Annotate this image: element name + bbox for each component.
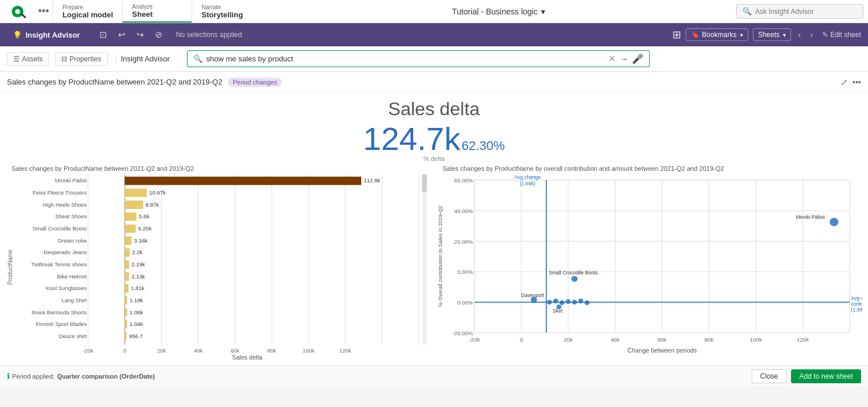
second-nav: 💡 Insight Advisor ⊡ ↩ ↪ ⊘ No selections … [0, 23, 868, 46]
properties-label: Properties [69, 55, 101, 63]
bar-chart-svg: Minnki Päilsii Feiss Fleece Trousers Hig… [14, 174, 431, 360]
svg-text:Lang Shirt: Lang Shirt [62, 297, 87, 303]
add-to-new-sheet-button[interactable]: Add to new sheet [791, 369, 861, 383]
analyze-nav[interactable]: Analyze Sheet [122, 0, 192, 23]
prepare-label: Prepare [62, 4, 113, 10]
svg-text:3.16k: 3.16k [134, 237, 148, 244]
edit-sheet-button[interactable]: ✎ Edit sheet [822, 31, 861, 39]
bookmark-icon: 🔖 [691, 31, 700, 39]
top-nav: ••• Prepare Logical model Analyze Sheet … [0, 0, 868, 23]
svg-text:5.6k: 5.6k [139, 214, 149, 220]
properties-icon: ⊟ [61, 55, 67, 63]
svg-point-96 [547, 300, 552, 305]
third-nav: ☰ Assets ⊟ Properties Insight Advisor 🔍 … [0, 46, 868, 72]
qlik-logo[interactable] [5, 3, 35, 20]
edit-icon: ✎ [822, 31, 828, 39]
svg-text:-20.00%: -20.00% [452, 330, 473, 336]
more-options-button[interactable]: ••• [35, 5, 53, 17]
selection-tools: ⊡ ↩ ↪ ⊘ [95, 27, 167, 43]
charts-row: Sales changes by ProductName between 202… [0, 165, 868, 379]
svg-text:Minnki Päilsii: Minnki Päilsii [55, 178, 87, 184]
svg-text:Bike Helmet: Bike Helmet [57, 273, 87, 280]
svg-text:60.00%: 60.00% [454, 178, 474, 184]
svg-rect-46 [125, 284, 128, 292]
kpi-pct-value: 62.30% [462, 138, 505, 153]
svg-text:1.81k: 1.81k [131, 285, 145, 291]
bookmarks-chevron: ▾ [740, 32, 743, 38]
app-title-text: Tutorial - Business logic [452, 7, 538, 16]
svg-text:2.2k: 2.2k [132, 249, 142, 255]
insight-advisor-label: Insight Advisor [25, 31, 80, 39]
svg-text:956.7: 956.7 [129, 333, 143, 339]
forward-button[interactable]: ↪ [132, 27, 148, 43]
svg-rect-66 [422, 174, 426, 192]
lasso-select-button[interactable]: ⊡ [95, 27, 111, 43]
kpi-delta-label: % delta [424, 155, 445, 162]
insight-search-bar[interactable]: 🔍 [736, 4, 863, 19]
narrate-sublabel: Storytelling [201, 10, 252, 19]
search-submit-button[interactable]: → [619, 54, 628, 64]
svg-text:TieBreak Tennis shoes: TieBreak Tennis shoes [31, 261, 87, 267]
svg-point-102 [584, 300, 590, 305]
scatter-chart-title: Sales changes by ProductName by overall … [437, 165, 862, 172]
svg-text:Minnki Päilsii: Minnki Päilsii [796, 215, 825, 221]
svg-point-101 [578, 299, 583, 303]
expand-icon[interactable]: ⤢ [841, 78, 848, 87]
insight-search-input[interactable] [755, 8, 857, 16]
svg-text:0: 0 [520, 336, 523, 343]
app-title[interactable]: Tutorial - Business logic ▾ [452, 7, 545, 16]
kpi-value-row: 124.7k 62.30% [363, 120, 505, 157]
bar-chart-title: Sales changes by ProductName between 202… [6, 165, 431, 172]
prepare-nav[interactable]: Prepare Logical model [53, 0, 122, 23]
svg-text:40.00%: 40.00% [454, 208, 474, 214]
search-box[interactable]: 🔍 ✕ → 🎤 [187, 50, 650, 67]
svg-rect-30 [125, 189, 147, 197]
chart-title-icons: ⤢ ••• [841, 78, 861, 87]
svg-point-97 [553, 299, 558, 303]
svg-text:120k: 120k [339, 347, 351, 354]
search-box-input[interactable] [206, 54, 605, 63]
svg-point-92 [571, 276, 578, 281]
svg-text:(1.39%): (1.39%) [851, 307, 862, 313]
properties-tab[interactable]: ⊟ Properties [55, 52, 108, 66]
svg-text:Small Crocodile Boots: Small Crocodile Boots [549, 270, 598, 276]
close-button[interactable]: Close [752, 369, 787, 383]
search-clear-button[interactable]: ✕ [608, 53, 616, 64]
svg-point-90 [830, 218, 838, 226]
svg-rect-44 [125, 272, 129, 280]
period-badge[interactable]: Period changes [228, 78, 281, 87]
sheets-button[interactable]: Sheets ▾ [753, 28, 791, 41]
scatter-chart-svg: Avg overall contribution (1.39%) Avg cha… [437, 174, 862, 360]
next-sheet-button[interactable]: › [808, 28, 815, 42]
svg-text:8.87k: 8.87k [146, 201, 160, 208]
svg-point-99 [566, 299, 571, 304]
svg-text:20k: 20k [564, 336, 573, 343]
more-options-chart-button[interactable]: ••• [852, 78, 861, 87]
clear-selections-button[interactable]: ⊘ [150, 27, 167, 43]
svg-text:Davenport: Davenport [521, 292, 544, 298]
svg-text:10.67k: 10.67k [149, 189, 166, 196]
svg-rect-2 [21, 13, 26, 18]
prev-sheet-button[interactable]: ‹ [796, 28, 803, 42]
svg-text:Rossi Bermuda Shorts: Rossi Bermuda Shorts [32, 309, 87, 316]
bar-chart-inner: Minnki Päilsii Feiss Fleece Trousers Hig… [14, 174, 431, 360]
assets-label: Assets [22, 55, 43, 63]
analyze-sublabel: Sheet [132, 10, 182, 19]
back-button[interactable]: ↩ [113, 27, 130, 43]
grid-view-button[interactable]: ⊞ [672, 28, 681, 41]
insight-advisor-button[interactable]: 💡 Insight Advisor [7, 28, 86, 42]
svg-text:contribution: contribution [851, 301, 862, 307]
svg-text:20.00%: 20.00% [454, 239, 474, 245]
sheets-label: Sheets [758, 31, 779, 39]
search-icon: 🔍 [742, 7, 752, 16]
svg-text:Avg change: Avg change [514, 174, 541, 180]
svg-text:0.00%: 0.00% [457, 269, 473, 276]
narrate-nav[interactable]: Narrate Storytelling [192, 0, 261, 23]
bookmarks-button[interactable]: 🔖 Bookmarks ▾ [686, 28, 748, 41]
svg-rect-40 [125, 248, 130, 256]
sheets-chevron: ▾ [783, 32, 786, 38]
svg-text:60k: 60k [230, 347, 240, 354]
no-selections-text: No selections applied [176, 31, 242, 39]
assets-tab[interactable]: ☰ Assets [7, 52, 49, 66]
microphone-button[interactable]: 🎤 [632, 53, 643, 64]
